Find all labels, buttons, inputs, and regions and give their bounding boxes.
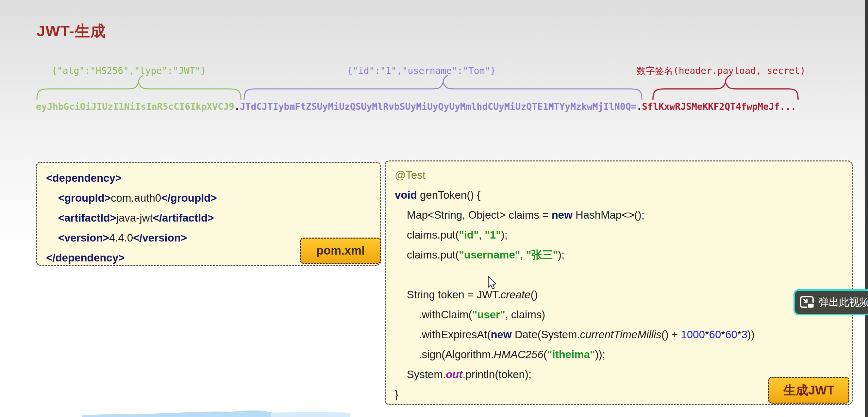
jwt-token-header-part: eyJhbGciOiJIUzI1NiIsInR5cCI6IkpXVCJ9 <box>36 101 234 112</box>
jwt-token-payload-part: JTdCJTIybmFtZSUyMiUzQSUyMlRvbSUyMiUyQyUy… <box>240 101 637 112</box>
page-title: JWT-生成 <box>37 21 106 41</box>
highlight-wave-light <box>271 412 350 417</box>
jwt-signature-annotation: 数字签名(header.payload, secret) <box>637 65 806 77</box>
generate-jwt-label: 生成JWT <box>768 377 849 404</box>
jwt-token-signature-part: SflKxwRJSMeKKF2QT4fwpMeJf... <box>642 101 796 112</box>
header-brace <box>37 82 241 99</box>
code-line: claims.put("username", "张三"); <box>395 245 852 265</box>
payload-brace <box>244 82 642 99</box>
popout-video-button-label: 弹出此视频 <box>819 295 868 309</box>
code-line: .withExpiresAt(new Date(System.currentTi… <box>395 324 852 345</box>
popout-video-button[interactable]: 弹出此视频 <box>794 289 868 315</box>
code-line: <dependency> <box>46 168 380 188</box>
highlight-wave <box>82 411 273 417</box>
pom-xml-label: pom.xml <box>300 237 381 264</box>
code-line: <artifactId>java-jwt</artifactId> <box>46 208 380 228</box>
code-line-blank <box>395 265 852 285</box>
code-line: .sign(Algorithm.HMAC256("itheima")); <box>395 345 852 364</box>
jwt-token-string: eyJhbGciOiJIUzI1NiIsInR5cCI6IkpXVCJ9.JTd… <box>36 101 796 112</box>
code-line: @Test <box>395 165 852 185</box>
generate-jwt-label-text: 生成JWT <box>783 382 834 399</box>
code-line: <groupId>com.auth0</groupId> <box>46 188 380 208</box>
jwt-header-annotation: {"alg":"HS256","type":"JWT"} <box>52 65 206 76</box>
jwt-payload-annotation: {"id":"1","username":"Tom"} <box>347 65 496 76</box>
java-gentoken-box: @Test void genToken() { Map<String, Obje… <box>385 160 852 405</box>
slide-root: { "page": { "title": "JWT-生成" }, "jwt": … <box>0 0 868 417</box>
pom-xml-label-text: pom.xml <box>316 244 365 258</box>
header-brace-connector <box>138 75 143 82</box>
signature-brace <box>653 82 798 99</box>
picture-in-picture-icon <box>800 295 815 309</box>
code-line: claims.put("id", "1"); <box>395 225 852 245</box>
code-line: .withClaim("user", claims) <box>395 304 852 324</box>
jwt-token-separator-1: . <box>234 101 240 112</box>
code-line: String token = JWT.create() <box>395 285 852 304</box>
jwt-token-separator-2: . <box>636 101 642 112</box>
right-edge-panel-strip <box>865 0 868 417</box>
payload-brace-connector <box>443 75 447 82</box>
code-line: Map<String, Object> claims = new HashMap… <box>395 205 852 225</box>
code-line: void genToken() { <box>395 185 852 205</box>
